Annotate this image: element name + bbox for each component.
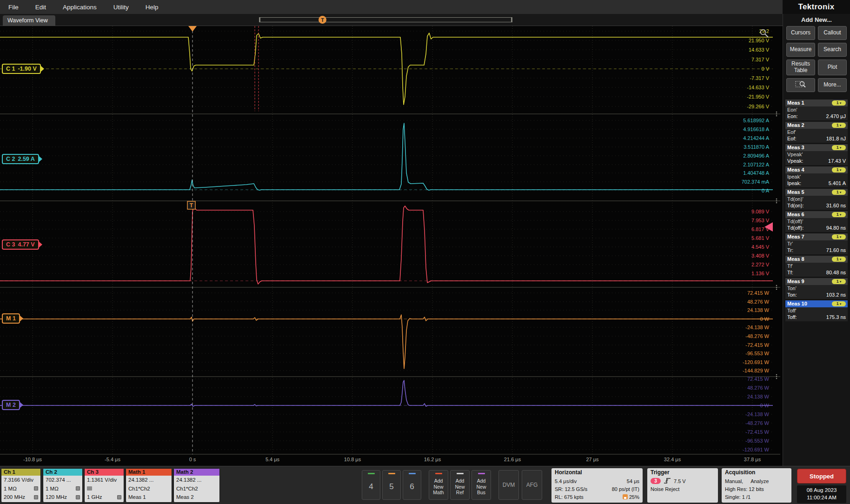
afg-button[interactable]: AFG xyxy=(522,470,542,500)
meas-label: Tf: xyxy=(787,270,793,275)
math-box-header: Math 2 xyxy=(174,469,219,476)
run-stop-status[interactable]: Stopped xyxy=(797,469,846,484)
meas-source-badge[interactable]: 1▾ xyxy=(832,279,846,284)
meas-value: 17.43 V xyxy=(828,158,846,164)
acquisition-window-indicator[interactable] xyxy=(259,17,512,22)
meas-source-badge[interactable]: 1▾ xyxy=(832,167,846,172)
scale-label: -29.266 V xyxy=(747,104,769,109)
channel-offset-value: -1.90 V xyxy=(18,66,36,72)
meas-header-selected: Meas 10 1▾ xyxy=(785,300,848,307)
trigger-panel[interactable]: Trigger 3 7.5 V Noise Reject xyxy=(647,468,718,503)
pane-divider-handle[interactable] xyxy=(776,376,777,378)
pane-divider-handle[interactable] xyxy=(776,200,777,202)
channel-badge-c2[interactable]: C 2 2.59 A xyxy=(2,154,39,164)
meas-header: Meas 1 1▾ xyxy=(785,99,848,106)
pane-divider-handle[interactable] xyxy=(776,113,777,115)
dvm-button[interactable]: DVM xyxy=(498,470,519,500)
horizontal-panel[interactable]: Horizontal 5.4 μs/div 54 μs SR: 12.5 GS/… xyxy=(551,468,643,503)
menu-utility[interactable]: Utility xyxy=(113,4,129,11)
waveform-plot[interactable]: 29.221.950 V14.633 V7.317 V0 V-7.317 V-1… xyxy=(0,26,783,466)
channel-box-ch2[interactable]: Ch 2 702.374 ... 1 MΩ 120 MHz xyxy=(43,468,83,503)
meas-10-panel[interactable]: Meas 10 1▾ Toff' Toff:175.3 ns xyxy=(785,300,848,321)
add-new-ref-label: Add New Ref xyxy=(451,474,469,499)
tab-waveform-view[interactable]: Waveform View xyxy=(3,15,55,26)
results-table-button[interactable]: Results Table xyxy=(786,60,815,75)
meas-3-panel[interactable]: Meas 3 1▾ Vpeak' Vpeak:17.43 V xyxy=(785,144,848,165)
meas-source-badge[interactable]: 1▾ xyxy=(832,145,846,150)
add-new-ref-button[interactable]: Add New Ref xyxy=(450,470,470,500)
zoom-mode-button[interactable] xyxy=(786,78,815,92)
channel-badge-m2[interactable]: M 2 xyxy=(2,400,20,410)
pane-divider-handle[interactable] xyxy=(776,289,777,290)
add-new-math-label: Add New Math xyxy=(429,474,448,499)
chevron-down-icon: ▾ xyxy=(840,101,842,105)
math-box-math2[interactable]: Math 2 24.1382 ... Ch1*Ch2 Meas 2 xyxy=(173,468,220,503)
pane-divider-handle[interactable] xyxy=(776,112,777,113)
meas-source-badge[interactable]: 1▾ xyxy=(832,190,846,195)
acquisition-analyze: Analyze xyxy=(750,478,769,484)
meas-4-panel[interactable]: Meas 4 1▾ Ipeak' Ipeak:5.401 A xyxy=(785,166,848,187)
trigger-position-indicator-top[interactable]: T xyxy=(319,16,326,24)
pane-divider-handle[interactable] xyxy=(776,202,777,204)
chevron-down-icon: ▾ xyxy=(840,235,842,239)
pane-divider-handle[interactable] xyxy=(776,287,777,288)
menu-applications[interactable]: Applications xyxy=(63,4,97,11)
math-box-math1[interactable]: Math 1 24.1382 ... Ch1*Ch2 Meas 1 xyxy=(126,468,172,503)
pane-divider-handle[interactable] xyxy=(776,374,777,376)
plot-button[interactable]: Plot xyxy=(818,60,847,75)
meas-source-badge[interactable]: 1▾ xyxy=(832,234,846,239)
pane-divider-handle[interactable] xyxy=(776,199,777,200)
measure-button[interactable]: Measure xyxy=(786,43,815,57)
meas-5-panel[interactable]: Meas 5 1▾ Td(on)' Td(on):31.60 ns xyxy=(785,189,848,210)
channel-badge-c1[interactable]: C 1 -1.90 V xyxy=(2,64,41,74)
meas-8-panel[interactable]: Meas 8 1▾ Tf' Tf:80.48 ns xyxy=(785,256,848,277)
meas-6-panel[interactable]: Meas 6 1▾ Td(off)' Td(off):94.80 ns xyxy=(785,211,848,232)
meas-name: Vpeak' xyxy=(787,152,846,158)
channel-5-button[interactable]: 5 xyxy=(382,470,401,500)
horizontal-scale: 5.4 μs/div xyxy=(555,478,577,484)
meas-source-badge[interactable]: 1▾ xyxy=(832,301,846,306)
channel-4-button[interactable]: 4 xyxy=(362,470,380,500)
meas-value: 2.470 μJ xyxy=(826,113,846,119)
add-new-bus-button[interactable]: Add New Bus xyxy=(471,470,491,500)
measurement-results-list: Meas 1 1▾ Eon' Eon:2.470 μJ Meas 2 1▾ Eo… xyxy=(785,99,848,321)
zoom-indicator-icon-handle xyxy=(765,34,768,37)
trigger-position-marker[interactable] xyxy=(188,26,197,32)
channel-badge-m1[interactable]: M 1 xyxy=(2,313,20,324)
meas-source-badge[interactable]: 1▾ xyxy=(832,257,846,262)
pane-divider-handle[interactable] xyxy=(776,115,777,117)
meas-name: Td(off)' xyxy=(787,219,846,225)
horizontal-title: Horizontal xyxy=(555,469,639,477)
meas-source-badge[interactable]: 1▾ xyxy=(832,100,846,106)
pane-divider-handle[interactable] xyxy=(776,285,777,286)
menu-help[interactable]: Help xyxy=(146,4,159,11)
meas-value: 103.2 ns xyxy=(826,292,846,298)
scale-label: 9.089 V xyxy=(751,209,770,214)
meas-source-badge[interactable]: 1▾ xyxy=(832,123,846,128)
meas-source-badge[interactable]: 1▾ xyxy=(832,212,846,217)
meas-1-panel[interactable]: Meas 1 1▾ Eon' Eon:2.470 μJ xyxy=(785,99,848,120)
scale-label: 14.633 V xyxy=(749,47,770,53)
channel-box-ch3[interactable]: Ch 3 1.1361 V/div 1 GHz xyxy=(84,468,124,503)
meas-2-panel[interactable]: Meas 2 1▾ Eof' Eof:181.8 nJ xyxy=(785,122,848,143)
channel-box-ch1[interactable]: Ch 1 7.3166 V/div 1 MΩ 200 MHz xyxy=(1,468,41,503)
chevron-down-icon: ▾ xyxy=(840,258,842,261)
channel-badge-c3[interactable]: C 3 4.77 V xyxy=(2,239,39,250)
add-new-math-button[interactable]: Add New Math xyxy=(429,470,448,500)
search-button[interactable]: Search xyxy=(818,43,847,57)
meas-body: Eof' Eof:181.8 nJ xyxy=(785,129,848,143)
menu-edit[interactable]: Edit xyxy=(35,4,46,11)
meas-9-panel[interactable]: Meas 9 1▾ Ton' Ton:103.2 ns xyxy=(785,278,848,299)
math-expression: Ch1*Ch2 xyxy=(128,486,150,491)
channel-box-header: Ch 2 xyxy=(43,469,82,476)
menu-file[interactable]: File xyxy=(8,4,19,11)
scale-label: -48.276 W xyxy=(745,333,769,339)
more-button[interactable]: More... xyxy=(818,78,847,92)
pane-divider-handle[interactable] xyxy=(776,378,777,379)
meas-7-panel[interactable]: Meas 7 1▾ Tr' Tr:71.60 ns xyxy=(785,233,848,254)
cursors-button[interactable]: Cursors xyxy=(786,26,815,40)
channel-6-button[interactable]: 6 xyxy=(403,470,421,500)
callout-button[interactable]: Callout xyxy=(818,26,847,40)
acquisition-panel[interactable]: Acquisition Manual, Analyze High Res: 12… xyxy=(722,468,791,503)
scale-label: 48.276 W xyxy=(747,299,770,305)
